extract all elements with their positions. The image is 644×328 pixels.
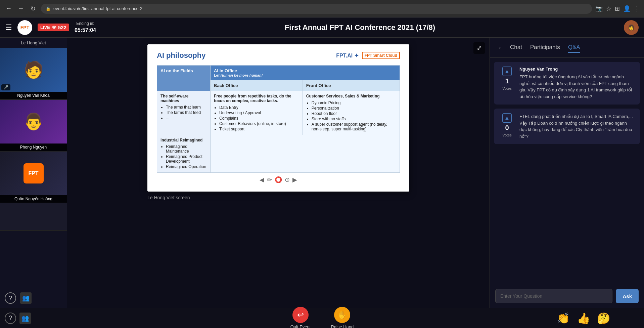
- qa-card: ▲ 1 Votes Nguyen Van Trong FPT hướng tới…: [494, 62, 640, 105]
- slide-content: AI philosophy FPT.AI ✦ FPT Smart Cloud A…: [147, 44, 409, 192]
- raise-hand-label: Raise Hand: [331, 324, 354, 328]
- back-button[interactable]: ←: [4, 4, 13, 13]
- slide-navigation: ◀ ✏ ⭕ ⊙ ▶: [157, 175, 400, 185]
- vote-section: ▲ 1 Votes: [499, 67, 515, 100]
- vote-up-button[interactable]: ▲: [502, 113, 512, 123]
- eye-icon: 👁: [52, 25, 56, 30]
- quit-label: Quit Event: [290, 324, 311, 328]
- more-icon[interactable]: ⋮: [634, 5, 640, 12]
- right-panel: → Chat Participants Q&A ▲ 1 Votes Nguyen…: [490, 38, 644, 308]
- profile-icon[interactable]: 👤: [623, 5, 631, 12]
- presentation-area: ⤢ AI philosophy FPT.AI ✦ FPT Smart Cloud: [67, 38, 490, 308]
- video-icon[interactable]: 📷: [595, 5, 603, 12]
- raise-hand-button[interactable]: ✋ Raise Hand: [331, 307, 354, 328]
- empty-cell: [211, 135, 400, 173]
- participant-card[interactable]: [0, 203, 67, 231]
- tab-qa[interactable]: Q&A: [568, 43, 580, 53]
- participant-thumbnail: 👨: [0, 100, 67, 144]
- qa-text-section: Nguyen Van Trong FPT hướng tới việc ứng …: [519, 67, 635, 100]
- slide-table: AI on the Fields AI in Office Let Human …: [157, 65, 400, 173]
- nav-buttons: ← → ↻: [4, 4, 38, 13]
- left-sidebar: Le Hong Viet 🧑 🎤 Nguyen Van Khoa 👨 Phong…: [0, 38, 67, 308]
- url-text: event.faic.vn/e/first-annual-fpt-ai-conf…: [53, 6, 142, 11]
- self-aware-cell: The self-aware machines The arms that le…: [157, 91, 211, 135]
- quit-event-button[interactable]: ↩ Quit Event: [290, 307, 311, 328]
- participant-name: Quân Nguyễn Hoàng: [0, 195, 67, 203]
- star-icon[interactable]: ☆: [606, 5, 611, 12]
- menu-icon[interactable]: ☰: [5, 23, 12, 32]
- qa-card: ▲ 0 Votes FTEL đang phát triển nhiều dự …: [494, 109, 640, 144]
- qa-text: FPT hướng tới việc ứng dụng AI vào tất c…: [519, 74, 635, 100]
- vote-up-button[interactable]: ▲: [502, 67, 512, 76]
- tab-participants[interactable]: Participants: [530, 43, 560, 53]
- fpt-smart-logo: FPT Smart Cloud: [362, 52, 400, 59]
- viewer-count: 522: [58, 25, 66, 30]
- participant-thumbnail: 🧑 🎤: [0, 48, 67, 92]
- screen-label: Le Hong Viet screen: [147, 195, 409, 200]
- fpt-logo: FPT: [17, 20, 32, 35]
- forward-button[interactable]: →: [16, 4, 26, 13]
- help-icon[interactable]: ?: [5, 292, 16, 304]
- expand-button[interactable]: ⤢: [473, 42, 485, 54]
- vote-count: 0: [505, 124, 509, 132]
- participants-icon[interactable]: 👥: [20, 292, 32, 304]
- bottom-bar: ? 👥 ↩ Quit Event ✋ Raise Hand 👏 👍 🤔: [0, 308, 644, 328]
- slide-pointer-button[interactable]: ⭕: [275, 176, 282, 183]
- slide-prev-button[interactable]: ◀: [260, 176, 264, 183]
- participant-name: Phong Nguyen: [0, 144, 67, 151]
- participant-thumbnail: [0, 203, 67, 230]
- browser-actions: 📷 ☆ ⊞ 👤 ⋮: [595, 5, 640, 12]
- tab-chat[interactable]: Chat: [510, 43, 522, 53]
- slide-draw-button[interactable]: ✏: [267, 176, 272, 183]
- top-bar: ☰ FPT LIVE 👁 522 Ending in: 05:57:04 Fir…: [0, 17, 644, 38]
- back-office-header: Back Office: [211, 80, 303, 91]
- emoji-actions: 👏 👍 🤔: [557, 312, 610, 325]
- ending-time: 05:57:04: [75, 27, 96, 34]
- vote-count: 1: [505, 77, 509, 85]
- vote-section: ▲ 0 Votes: [499, 113, 515, 139]
- help-button[interactable]: ?: [5, 313, 16, 324]
- qa-author: Nguyen Van Trong: [519, 67, 635, 72]
- thumbs-emoji-button[interactable]: 👍: [577, 312, 590, 325]
- reload-button[interactable]: ↻: [28, 4, 38, 13]
- think-emoji-button[interactable]: 🤔: [597, 312, 610, 325]
- user-avatar[interactable]: 👩: [624, 20, 639, 35]
- qa-text-section: FTEL đang phát triển nhiều dự án IoT, Sm…: [519, 113, 635, 139]
- panel-tabs: → Chat Participants Q&A: [490, 38, 644, 58]
- back-office-cell: Free people from repetitive tasks, do th…: [211, 91, 303, 135]
- vote-label: Votes: [502, 86, 512, 90]
- lock-icon: 🔒: [46, 6, 51, 11]
- qa-input[interactable]: [495, 289, 612, 303]
- participant-badge: 🎤: [1, 84, 10, 90]
- bottom-left-actions: ? 👥: [5, 313, 31, 324]
- qa-text: FTEL đang phát triển nhiều dự án IoT, Sm…: [519, 113, 635, 139]
- slide-next-button[interactable]: ▶: [292, 176, 297, 183]
- slide-header: AI philosophy FPT.AI ✦ FPT Smart Cloud: [157, 51, 400, 60]
- slide-title: AI philosophy: [157, 51, 205, 60]
- extensions-icon[interactable]: ⊞: [615, 5, 620, 12]
- participant-card[interactable]: 🧑 🎤 Nguyen Van Khoa: [0, 48, 67, 100]
- clap-emoji-button[interactable]: 👏: [557, 312, 570, 325]
- participant-name: Nguyen Van Khoa: [0, 92, 67, 99]
- slide-container: AI philosophy FPT.AI ✦ FPT Smart Cloud A…: [147, 44, 409, 192]
- vote-label: Votes: [502, 133, 512, 137]
- address-bar[interactable]: 🔒 event.faic.vn/e/first-annual-fpt-ai-co…: [41, 4, 592, 14]
- participant-card[interactable]: 👨 Phong Nguyen: [0, 100, 67, 152]
- slide-info-button[interactable]: ⊙: [285, 176, 290, 183]
- industrial-cell: Industrial Reimagined Reimagined Mainten…: [157, 135, 211, 173]
- fpt-ai-logo: FPT.AI ✦: [336, 52, 358, 59]
- audience-button[interactable]: 👥: [19, 313, 31, 324]
- sidebar-bottom: ? 👥: [0, 288, 67, 308]
- slide-logos: FPT.AI ✦ FPT Smart Cloud: [336, 52, 400, 59]
- ask-button[interactable]: Ask: [616, 289, 639, 303]
- fpt-logo-thumbnail: FPT: [24, 163, 44, 183]
- qa-input-area: Ask: [490, 284, 644, 308]
- front-office-cell: Customer Services, Sales & Marketing Dyn…: [303, 91, 400, 135]
- live-label: LIVE: [40, 25, 50, 30]
- panel-arrow[interactable]: →: [495, 44, 502, 51]
- participant-card[interactable]: FPT Quân Nguyễn Hoàng: [0, 152, 67, 203]
- ai-in-office-header: AI in Office Let Human be more human!: [211, 66, 400, 80]
- sidebar-top-name: Le Hong Viet: [0, 38, 67, 48]
- event-title: First Annual FPT AI Conference 2021 (17/…: [101, 23, 618, 32]
- ending-label: Ending in:: [75, 21, 96, 27]
